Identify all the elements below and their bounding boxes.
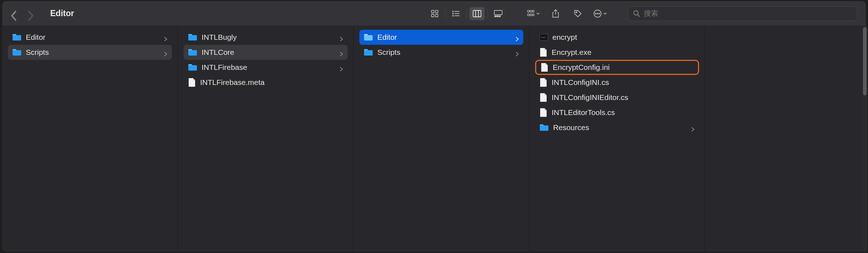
folder-row[interactable]: INTLBugly	[184, 30, 348, 45]
svg-point-28	[634, 11, 638, 15]
folder-icon	[12, 34, 22, 41]
toolbar: Editor	[2, 1, 866, 26]
svg-rect-18	[530, 10, 532, 12]
svg-point-27	[599, 13, 600, 14]
row-label: Scripts	[377, 48, 511, 57]
file-row[interactable]: INTLConfigINI.cs	[535, 75, 699, 90]
column: EditorScripts	[2, 26, 178, 252]
tags-button[interactable]	[571, 7, 585, 20]
svg-point-6	[453, 13, 453, 14]
svg-text:exec: exec	[541, 36, 546, 38]
svg-point-25	[595, 13, 596, 14]
search-box[interactable]	[628, 6, 857, 21]
folder-row[interactable]: Scripts	[359, 45, 523, 60]
folder-row[interactable]: Editor	[359, 30, 523, 45]
file-row[interactable]: EncryptConfig.ini	[535, 60, 699, 75]
row-label: INTLCore	[202, 48, 335, 57]
search-input[interactable]	[644, 9, 852, 18]
svg-rect-15	[497, 16, 498, 17]
file-icon	[539, 93, 547, 102]
folder-icon	[12, 49, 22, 56]
svg-point-26	[597, 13, 598, 14]
group-by-button[interactable]	[527, 7, 540, 20]
row-label: Editor	[377, 33, 511, 42]
row-label: INTLFirebase.meta	[200, 78, 343, 87]
file-icon	[539, 48, 547, 57]
scrollbar[interactable]	[862, 25, 866, 252]
svg-rect-13	[494, 10, 502, 15]
row-label: INTLEditorTools.cs	[552, 108, 695, 117]
search-icon	[633, 10, 640, 17]
action-menu-button[interactable]	[593, 7, 607, 20]
file-icon	[539, 108, 547, 117]
row-label: INTLConfigINI.cs	[552, 78, 695, 87]
folder-icon	[364, 34, 373, 41]
gallery-view-button[interactable]	[491, 7, 506, 20]
file-icon	[541, 63, 548, 72]
file-row[interactable]: Encrypt.exe	[535, 45, 699, 60]
toolbar-actions	[527, 7, 607, 20]
svg-rect-21	[530, 14, 532, 16]
file-row[interactable]: INTLEditorTools.cs	[535, 105, 699, 120]
svg-rect-19	[533, 10, 534, 12]
svg-point-23	[576, 11, 577, 13]
column: INTLBuglyINTLCoreINTLFirebaseINTLFirebas…	[178, 26, 354, 252]
column: EditorScripts	[354, 26, 529, 252]
svg-rect-17	[528, 10, 529, 12]
folder-row[interactable]: Resources	[535, 120, 699, 135]
folder-row[interactable]: Scripts	[8, 45, 172, 60]
folder-icon	[364, 49, 373, 56]
window-title: Editor	[50, 9, 74, 18]
scrollbar-thumb[interactable]	[863, 27, 866, 95]
row-label: INTLConfigINIEditor.cs	[552, 93, 695, 102]
file-row[interactable]: execencrypt	[535, 30, 699, 45]
separator	[487, 9, 488, 18]
file-icon	[539, 78, 547, 87]
share-button[interactable]	[549, 7, 562, 20]
column-browser: EditorScriptsINTLBuglyINTLCoreINTLFireba…	[2, 26, 866, 252]
svg-rect-22	[533, 14, 534, 16]
separator	[445, 9, 445, 18]
svg-rect-1	[435, 10, 438, 13]
chevron-right-icon	[515, 35, 519, 40]
folder-row[interactable]: INTLCore	[184, 45, 348, 60]
chevron-right-icon	[340, 65, 343, 70]
row-label: Scripts	[26, 48, 160, 57]
chevron-right-icon	[164, 35, 168, 40]
separator	[466, 9, 467, 18]
exec-icon: exec	[539, 33, 548, 42]
chevron-right-icon	[515, 50, 519, 55]
folder-icon	[539, 124, 549, 131]
row-label: EncryptConfig.ini	[553, 63, 694, 72]
row-label: Resources	[553, 123, 687, 132]
row-label: INTLBugly	[202, 33, 335, 42]
forward-button[interactable]	[27, 10, 34, 17]
folder-row[interactable]: INTLFirebase	[184, 60, 348, 75]
svg-point-8	[453, 15, 453, 16]
chevron-right-icon	[164, 50, 168, 55]
svg-rect-2	[431, 14, 434, 17]
folder-icon	[188, 49, 197, 56]
column: execencryptEncrypt.exeEncryptConfig.iniI…	[529, 26, 705, 252]
svg-rect-16	[499, 16, 500, 17]
icon-view-button[interactable]	[427, 7, 442, 20]
column-view-button[interactable]	[470, 7, 485, 20]
svg-rect-0	[431, 10, 434, 13]
file-row[interactable]: INTLConfigINIEditor.cs	[535, 90, 699, 105]
row-label: Encrypt.exe	[552, 48, 695, 57]
svg-rect-14	[495, 16, 496, 17]
row-label: INTLFirebase	[202, 63, 335, 72]
svg-rect-3	[435, 14, 438, 17]
folder-row[interactable]: Editor	[8, 30, 172, 45]
back-button[interactable]	[11, 10, 17, 17]
svg-point-4	[453, 11, 453, 12]
svg-line-29	[638, 15, 640, 16]
folder-icon	[188, 34, 197, 41]
row-label: encrypt	[552, 33, 695, 42]
list-view-button[interactable]	[448, 7, 463, 20]
file-row[interactable]: INTLFirebase.meta	[184, 75, 348, 90]
finder-window: Editor	[2, 1, 866, 252]
row-label: Editor	[26, 33, 160, 42]
svg-rect-10	[473, 10, 481, 17]
chevron-right-icon	[691, 125, 695, 130]
